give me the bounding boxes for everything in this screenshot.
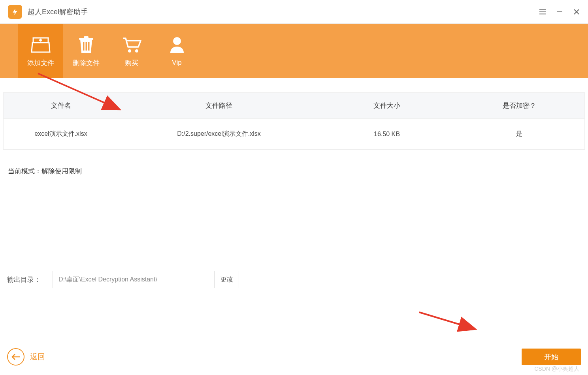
change-button[interactable]: 更改: [215, 271, 239, 288]
vip-label: Vip: [172, 59, 181, 67]
cell-name: excel演示文件.xlsx: [4, 130, 118, 138]
window-controls: [539, 8, 580, 15]
back-button[interactable]: [7, 348, 24, 366]
delete-file-label: 删除文件: [73, 58, 100, 68]
add-file-icon: [31, 35, 51, 54]
minimize-button[interactable]: [556, 8, 563, 15]
titlebar: 超人Excel解密助手: [0, 0, 588, 24]
trash-icon: [78, 35, 94, 54]
lightning-icon: [11, 8, 19, 16]
output-path-field[interactable]: D:\桌面\Excel Decryption Assistant\: [53, 271, 215, 288]
output-label: 输出目录：: [7, 275, 41, 284]
svg-point-14: [135, 49, 138, 52]
header-path: 文件路径: [118, 101, 320, 110]
app-logo: [8, 5, 22, 19]
arrow-left-icon: [11, 353, 21, 361]
cell-path: D:/2.super/excel演示文件.xlsx: [118, 130, 320, 138]
svg-rect-10: [83, 42, 85, 51]
svg-line-20: [419, 312, 474, 329]
output-row: 输出目录： D:\桌面\Excel Decryption Assistant\ …: [7, 271, 239, 288]
close-button[interactable]: [573, 8, 580, 15]
svg-rect-9: [84, 36, 89, 38]
table-header: 文件名 文件路径 文件大小 是否加密？: [4, 93, 584, 119]
user-icon: [169, 35, 185, 55]
menu-icon: [539, 9, 546, 15]
svg-point-13: [128, 49, 131, 52]
toolbar: 添加文件 删除文件 购买: [0, 24, 588, 78]
header-name: 文件名: [4, 101, 118, 110]
minimize-icon: [556, 8, 563, 15]
add-file-label: 添加文件: [27, 58, 54, 68]
svg-rect-12: [88, 42, 90, 51]
svg-point-15: [173, 37, 181, 45]
menu-button[interactable]: [539, 8, 546, 15]
table-row[interactable]: excel演示文件.xlsx D:/2.super/excel演示文件.xlsx…: [4, 119, 584, 150]
annotation-arrow-2: [417, 310, 480, 334]
content-area: 文件名 文件路径 文件大小 是否加密？ excel演示文件.xlsx D:/2.…: [0, 92, 588, 176]
header-size: 文件大小: [320, 101, 454, 110]
cart-icon: [122, 35, 141, 54]
buy-label: 购买: [125, 58, 138, 68]
header-encrypted: 是否加密？: [454, 101, 584, 110]
start-button[interactable]: 开始: [522, 349, 581, 365]
mode-line: 当前模式：解除使用限制: [3, 167, 585, 176]
app-title: 超人Excel解密助手: [28, 7, 88, 17]
cell-encrypted: 是: [454, 130, 584, 138]
cell-size: 16.50 KB: [320, 131, 454, 138]
svg-rect-11: [85, 42, 87, 51]
close-icon: [573, 8, 580, 15]
svg-rect-7: [40, 38, 41, 41]
add-file-button[interactable]: 添加文件: [18, 24, 63, 78]
file-table: 文件名 文件路径 文件大小 是否加密？ excel演示文件.xlsx D:/2.…: [3, 92, 585, 150]
back-label[interactable]: 返回: [30, 352, 45, 362]
footer: 返回 开始: [0, 338, 588, 375]
vip-button[interactable]: Vip: [154, 24, 200, 78]
watermark: CSDN @小奥超人: [534, 366, 579, 373]
buy-button[interactable]: 购买: [109, 24, 154, 78]
delete-file-button[interactable]: 删除文件: [63, 24, 109, 78]
